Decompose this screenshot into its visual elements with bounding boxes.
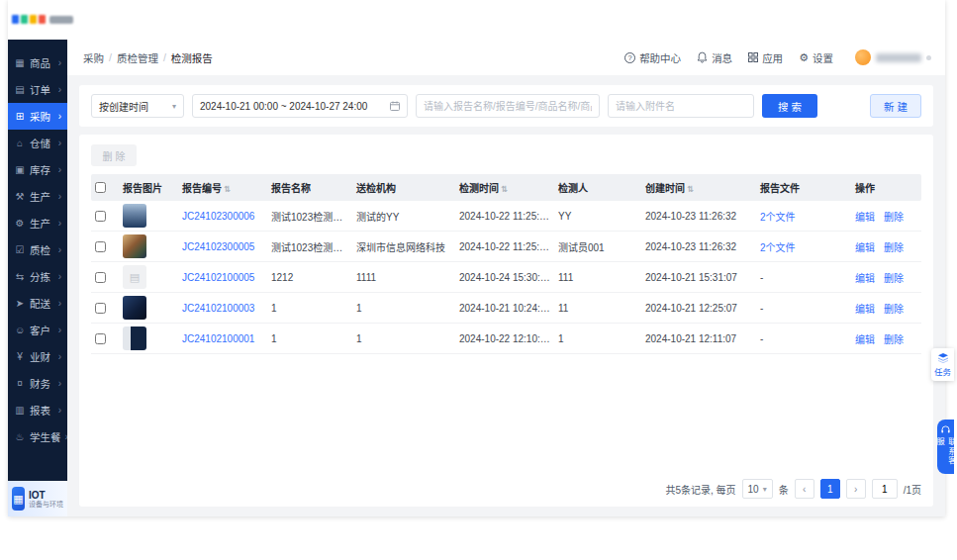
sidebar-item-goods[interactable]: ▦商品›	[8, 49, 67, 76]
sort-icon[interactable]: ⇅	[501, 184, 508, 194]
sidebar-item-business-finance[interactable]: ¥业财›	[8, 343, 67, 370]
report-thumbnail[interactable]	[123, 234, 146, 258]
select-all-checkbox[interactable]	[95, 182, 106, 193]
table-row: JC24102100005 1212 1111 2024-10-24 15:30…	[91, 262, 921, 293]
column-label: 创建时间	[645, 183, 685, 194]
user-menu-dot	[926, 55, 931, 60]
page-jump-input[interactable]	[872, 479, 898, 499]
chevron-right-icon: ›	[58, 138, 61, 148]
report-number-link[interactable]: JC24102100001	[182, 333, 254, 344]
report-number-link[interactable]: JC24102300006	[182, 211, 254, 222]
apps-label: 应用	[762, 50, 783, 65]
sidebar-item-warehouse[interactable]: ⌂仓储›	[8, 130, 67, 156]
edit-link[interactable]: 编辑	[855, 270, 875, 285]
page-1-button[interactable]: 1	[820, 479, 840, 499]
username-blurred	[876, 53, 921, 62]
delete-link[interactable]: 删除	[884, 209, 904, 224]
settings-button[interactable]: ⚙ 设置	[799, 50, 833, 65]
time-field-select[interactable]: 按创建时间 ▾	[91, 94, 184, 118]
breadcrumb-quality-management[interactable]: 质检管理	[117, 50, 158, 65]
messages-button[interactable]: 消息	[697, 50, 732, 65]
sidebar-item-label: 财务	[30, 376, 50, 391]
row-checkbox[interactable]	[95, 333, 106, 344]
student-meal-icon: ♨	[14, 431, 26, 442]
table-row: JC24102300005 测试1023检测报告 深圳市信息网络科技 2024-…	[91, 232, 921, 262]
created-time: 2024-10-23 11:26:32	[641, 241, 756, 252]
row-checkbox[interactable]	[95, 211, 106, 222]
production2-icon: ⚙	[14, 218, 26, 229]
sidebar-item-inventory[interactable]: ▣库存›	[8, 156, 67, 183]
report-number-link[interactable]: JC24102300005	[182, 241, 254, 252]
files-link[interactable]: 2个文件	[760, 242, 796, 253]
report-name: 1	[267, 303, 352, 314]
edit-link[interactable]: 编辑	[855, 331, 875, 346]
sidebar-item-delivery[interactable]: ➤配送›	[8, 290, 67, 317]
inventory-icon: ▣	[14, 164, 26, 175]
page-size-select[interactable]: 10 ▾	[742, 479, 773, 499]
column-header: 报告名称	[267, 180, 352, 195]
user-menu[interactable]	[855, 49, 931, 65]
page-jump-suffix: /1页	[904, 482, 921, 497]
apps-button[interactable]: 应用	[748, 50, 783, 65]
column-header: 检测人	[554, 180, 641, 195]
customer-support-button[interactable]: 联系客服	[937, 420, 954, 474]
header-actions: ? 帮助中心 消息 应用 ⚙ 设	[624, 49, 931, 65]
column-header[interactable]: 检测时间⇅	[455, 180, 554, 195]
reports-icon: ▥	[14, 405, 26, 416]
sidebar-item-quality[interactable]: ☑质检›	[8, 236, 67, 263]
delete-link[interactable]: 删除	[884, 331, 904, 346]
report-thumbnail[interactable]	[123, 296, 146, 320]
prev-page-button[interactable]: ‹	[795, 479, 814, 499]
attachment-search-input[interactable]	[608, 94, 754, 118]
sidebar-item-finance[interactable]: ¤财务›	[8, 370, 67, 397]
column-header[interactable]: 报告编号⇅	[178, 180, 267, 195]
chevron-right-icon: ›	[58, 191, 61, 202]
delete-link[interactable]: 删除	[884, 239, 904, 254]
quality-icon: ☑	[14, 244, 26, 255]
search-button[interactable]: 搜 索	[762, 94, 817, 118]
column-label: 检测人	[558, 183, 588, 194]
edit-link[interactable]: 编辑	[855, 301, 875, 316]
column-header: 操作	[851, 180, 921, 195]
delete-link[interactable]: 删除	[884, 301, 904, 316]
row-checkbox[interactable]	[95, 241, 106, 252]
sidebar-item-orders[interactable]: ▤订单›	[8, 76, 67, 103]
bulk-delete-button[interactable]: 删 除	[91, 144, 137, 166]
chevron-right-icon: ›	[58, 378, 61, 389]
purchase-icon: ⊞	[14, 111, 26, 122]
row-checkbox[interactable]	[95, 303, 106, 314]
files-link[interactable]: 2个文件	[760, 212, 796, 223]
sort-icon[interactable]: ⇅	[687, 184, 694, 194]
sidebar-item-sorting[interactable]: ⇆分拣›	[8, 263, 67, 290]
sidebar-item-production-2[interactable]: ⚙生产›	[8, 210, 67, 236]
delete-link[interactable]: 删除	[884, 270, 904, 285]
keyword-search-input[interactable]	[416, 94, 600, 118]
edit-link[interactable]: 编辑	[855, 239, 875, 254]
report-number-link[interactable]: JC24102100003	[182, 303, 254, 314]
breadcrumb-current: 检测报告	[171, 50, 213, 65]
sidebar-item-production-1[interactable]: ⚒生产›	[8, 183, 67, 210]
sort-icon[interactable]: ⇅	[224, 184, 231, 194]
page-size-value: 10	[748, 484, 759, 495]
test-time: 2024-10-22 12:10:00	[455, 333, 554, 344]
created-time: 2024-10-23 11:26:32	[641, 211, 756, 222]
column-header[interactable]: 创建时间⇅	[641, 180, 756, 195]
sidebar-item-reports[interactable]: ▥报表›	[8, 397, 67, 423]
report-thumbnail[interactable]	[123, 327, 146, 350]
help-center-button[interactable]: ? 帮助中心	[624, 50, 681, 65]
next-page-button[interactable]: ›	[846, 479, 866, 499]
report-number-link[interactable]: JC24102100005	[182, 272, 254, 283]
report-thumbnail[interactable]	[123, 204, 146, 228]
report-thumbnail[interactable]	[123, 265, 146, 289]
sidebar-item-customers[interactable]: ☺客户›	[8, 317, 67, 343]
date-range-picker[interactable]: 2024-10-21 00:00 ~ 2024-10-27 24:00	[192, 94, 408, 118]
sidebar-item-student-meal[interactable]: ♨学生餐›	[8, 423, 67, 450]
sidebar-item-purchase[interactable]: ⊞采购›	[8, 103, 67, 130]
task-float-button[interactable]: 任务	[931, 348, 954, 381]
breadcrumb-purchase[interactable]: 采购	[83, 50, 104, 65]
row-checkbox[interactable]	[95, 272, 106, 283]
chevron-right-icon: ›	[58, 57, 61, 68]
edit-link[interactable]: 编辑	[855, 209, 875, 224]
breadcrumb-separator: /	[163, 51, 166, 63]
create-button[interactable]: 新 建	[870, 94, 921, 118]
